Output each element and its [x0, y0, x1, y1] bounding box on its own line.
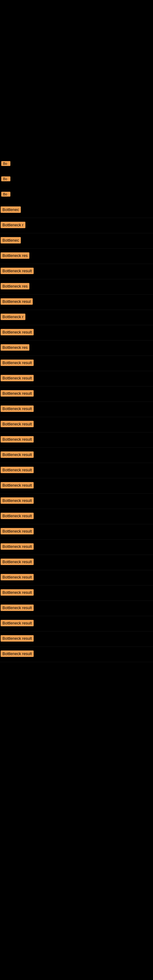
bottleneck-row-1: Bottleneck r: [0, 218, 153, 233]
bottleneck-row-0: Bottlenec: [0, 203, 153, 218]
bottleneck-row-10: Bottleneck result: [0, 356, 153, 371]
bottleneck-label-2: Bo: [1, 177, 10, 181]
bottleneck-label-row-14: Bottleneck result: [1, 421, 33, 427]
bottleneck-label-row-9: Bottleneck res: [1, 344, 29, 351]
bottleneck-row-12: Bottleneck result: [0, 387, 153, 402]
bottleneck-row-27: Bottleneck result: [0, 616, 153, 632]
bottleneck-label-row-22: Bottleneck result: [1, 543, 33, 550]
bottleneck-row-15: Bottleneck result: [0, 433, 153, 448]
bottleneck-row-23: Bottleneck result: [0, 555, 153, 570]
bottleneck-row-29: Bottleneck result: [0, 647, 153, 662]
bottleneck-row-28: Bottleneck result: [0, 632, 153, 647]
bottleneck-row-20: Bottleneck result: [0, 509, 153, 524]
bottleneck-label-row-29: Bottleneck result: [1, 651, 33, 657]
bottleneck-label-row-15: Bottleneck result: [1, 436, 33, 442]
bottleneck-row-3: Bottleneck res: [0, 249, 153, 264]
bottleneck-row-9: Bottleneck res: [0, 340, 153, 356]
bottleneck-row-24: Bottleneck result: [0, 570, 153, 585]
bottleneck-row-6: Bottleneck resul: [0, 294, 153, 310]
bottleneck-label-row-28: Bottleneck result: [1, 635, 33, 641]
bottleneck-row-21: Bottleneck result: [0, 524, 153, 539]
bottleneck-row-18: Bottleneck result: [0, 478, 153, 494]
bottleneck-label-row-4: Bottleneck result: [1, 268, 33, 274]
bottleneck-label-row-17: Bottleneck result: [1, 467, 33, 473]
bottleneck-label-row-2: Bottlenec: [1, 237, 21, 243]
bottleneck-label-row-20: Bottleneck result: [1, 513, 33, 519]
bottleneck-row-17: Bottleneck result: [0, 463, 153, 478]
bottleneck-row-26: Bottleneck result: [0, 601, 153, 616]
bottleneck-row-7: Bottleneck r: [0, 310, 153, 325]
bottleneck-label-row-8: Bottleneck result: [1, 329, 33, 335]
bottleneck-label-row-3: Bottleneck res: [1, 252, 29, 259]
bottleneck-row-4: Bottleneck result: [0, 264, 153, 279]
bottleneck-label-row-19: Bottleneck result: [1, 497, 33, 504]
bottleneck-label-row-13: Bottleneck result: [1, 406, 33, 412]
bottleneck-row-13: Bottleneck result: [0, 402, 153, 417]
bottleneck-label-row-5: Bottleneck res: [1, 283, 29, 290]
bottleneck-label-row-6: Bottleneck resul: [1, 298, 33, 305]
bottleneck-row-2: Bottlenec: [0, 233, 153, 249]
bottleneck-row-19: Bottleneck result: [0, 494, 153, 509]
bottleneck-row-14: Bottleneck result: [0, 417, 153, 433]
bottleneck-label-row-23: Bottleneck result: [1, 558, 33, 565]
bottleneck-label-row-16: Bottleneck result: [1, 452, 33, 458]
bottleneck-label-row-24: Bottleneck result: [1, 574, 33, 580]
bottleneck-row-16: Bottleneck result: [0, 448, 153, 463]
bottleneck-label-row-11: Bottleneck result: [1, 375, 33, 381]
bottleneck-row-11: Bottleneck result: [0, 371, 153, 387]
bottleneck-label-row-26: Bottleneck result: [1, 605, 33, 611]
bottleneck-row-22: Bottleneck result: [0, 539, 153, 555]
bottleneck-label-1: Bo: [1, 161, 10, 166]
bottleneck-row-25: Bottleneck result: [0, 585, 153, 601]
bottleneck-row-5: Bottleneck res: [0, 279, 153, 294]
bottleneck-label-row-0: Bottlenec: [1, 207, 21, 213]
site-title: [0, 0, 153, 4]
bottleneck-label-row-10: Bottleneck result: [1, 360, 33, 366]
bottleneck-label-3: Bo: [1, 192, 10, 197]
bottleneck-label-row-1: Bottleneck r: [1, 222, 26, 228]
bottleneck-label-row-7: Bottleneck r: [1, 313, 26, 320]
bottleneck-label-row-18: Bottleneck result: [1, 482, 33, 488]
bottleneck-label-row-12: Bottleneck result: [1, 390, 33, 396]
bottleneck-label-row-27: Bottleneck result: [1, 620, 33, 626]
bottleneck-row-8: Bottleneck result: [0, 325, 153, 340]
bottleneck-label-row-25: Bottleneck result: [1, 589, 33, 596]
bottleneck-label-row-21: Bottleneck result: [1, 528, 33, 535]
